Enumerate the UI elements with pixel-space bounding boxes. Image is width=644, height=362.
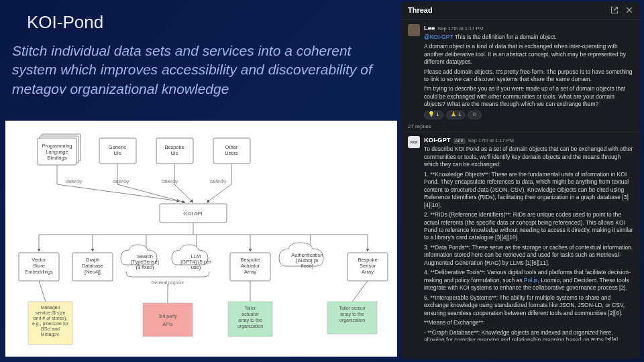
svg-rect-27 <box>143 303 193 337</box>
message-text: 4. **Deliberative Tools**: Various digit… <box>424 269 633 292</box>
page-title: KOI-Pond <box>27 12 103 33</box>
page-subtitle: Stitch individual data sets and services… <box>12 42 389 99</box>
svg-text:caller/by: caller/by <box>210 179 227 184</box>
svg-text:Tailor sensorarray to theorgan: Tailor sensorarray to theorganization <box>339 306 366 323</box>
avatar[interactable]: KOI <box>408 136 420 148</box>
message-text: A domain object is a kind of data that i… <box>424 43 633 66</box>
svg-text:caller/by: caller/by <box>113 179 129 184</box>
replies-count: 27 replies <box>401 122 640 133</box>
diagram-box-plb-l1: Programming <box>42 143 72 149</box>
timestamp: Sep 17th at 1:17 PM <box>437 25 483 32</box>
close-icon[interactable] <box>625 6 633 14</box>
svg-text:caller/by: caller/by <box>162 179 178 184</box>
app-badge: APP <box>453 138 466 143</box>
avatar[interactable] <box>408 24 420 36</box>
message-text: 5. **Interoperable Systems**: The abilit… <box>424 294 633 317</box>
message-text: 1. **Knowledge Objects**: These are the … <box>424 171 633 209</box>
thread-panel: Thread Lee Sep 17th at 1:17 PM @KOI-GPT … <box>401 1 640 359</box>
message-text: 3. **Data Ponds**: These serve as the st… <box>424 244 633 267</box>
message-text: **Means of Exchange**: <box>424 319 633 326</box>
thread-header: Thread <box>401 1 640 20</box>
open-external-icon[interactable] <box>610 6 619 14</box>
reaction-bulb[interactable]: 💡 1 <box>424 111 443 119</box>
api-box-label: KOI API <box>184 210 203 217</box>
message-lee: Lee Sep 17th at 1:17 PM @KOI-GPT This is… <box>401 20 640 122</box>
message-text: I'm trying to describe you as if you wer… <box>424 85 633 108</box>
thread-title: Thread <box>408 5 433 15</box>
timestamp: Sep 17th at 1:17 PM <box>468 137 514 144</box>
sender-name[interactable]: KOI-GPT <box>424 136 451 145</box>
edge-label-1: caller/by <box>66 179 83 184</box>
sender-name[interactable]: Lee <box>424 24 435 33</box>
mention[interactable]: @KOI-GPT <box>424 34 453 40</box>
message-text: 2. **RIDs (Reference Identifiers)**: RID… <box>424 211 633 242</box>
message-text: - **Graph Database**: Knowledge objects … <box>424 329 633 341</box>
svg-text:OtherUsers: OtherUsers <box>225 144 238 156</box>
reaction-pray[interactable]: 🙏 1 <box>446 111 466 119</box>
message-text: To describe KOI Pond as a set of domain … <box>424 145 633 168</box>
message-koi-gpt: KOI KOI-GPT APP Sep 17th at 1:17 PM To d… <box>401 132 640 340</box>
link-polis[interactable]: Pol.is <box>524 277 538 284</box>
architecture-diagram: .box { fill:#fff; stroke:#888; stroke-wi… <box>5 121 397 357</box>
message-text: Please add domain objects. It's pretty f… <box>424 68 633 84</box>
add-reaction-icon[interactable]: ☺ <box>468 111 481 119</box>
